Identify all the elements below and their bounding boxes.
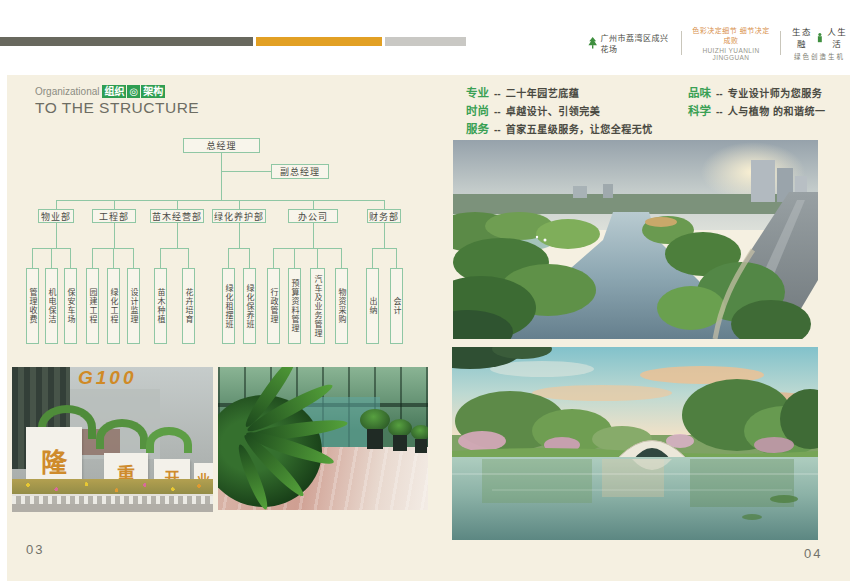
org-box-unit: 花卉培育 xyxy=(182,268,195,344)
org-box-unit: 保安车场 xyxy=(64,268,77,344)
feature-row: 时尚 -- 卓越设计、引领完美 xyxy=(466,102,600,118)
org-box-dept: 苗木经营部 xyxy=(150,209,204,223)
org-box-unit: 设计监理 xyxy=(127,268,140,344)
planter-box xyxy=(367,429,383,449)
feature-row: 服务 -- 首家五星级服务，让您全程无忧 xyxy=(466,120,653,136)
company-name: 广州市荔湾区成兴花场 xyxy=(600,32,673,54)
org-box-unit: 管理收费 xyxy=(26,268,39,344)
eco-figure-icon xyxy=(816,32,824,43)
slogan-cn: 色彩决定细节 细节决定成败 xyxy=(690,25,772,45)
page-number-right: 04 xyxy=(804,546,822,561)
org-box-unit: 绿化工程 xyxy=(107,268,120,344)
org-box-unit: 物资采购 xyxy=(335,268,348,344)
slogan-en: HUIZHI YUANLIN JINGGUAN xyxy=(690,47,772,61)
org-box-root: 总经理 xyxy=(183,138,260,153)
org-box-unit: 会计 xyxy=(390,268,403,344)
feature-row: 专业 -- 二十年园艺底蕴 xyxy=(466,84,579,100)
title-badge-cn-a: 组织 xyxy=(102,85,126,98)
org-box-dept: 财务部 xyxy=(367,209,401,223)
org-box-unit: 机电保洁 xyxy=(45,268,58,344)
feature-desc: 首家五星级服务，让您全程无忧 xyxy=(506,121,653,136)
feature-row: 科学 -- 人与植物 的和谐统一 xyxy=(688,102,825,118)
pavement xyxy=(12,504,213,512)
photo-river-park xyxy=(453,140,818,339)
header-divider xyxy=(681,31,682,55)
org-box-dept: 办公司 xyxy=(288,209,338,223)
org-box-unit: 汽车及业务管理 xyxy=(310,268,325,344)
potted-plant xyxy=(360,409,390,431)
header-bar-gray xyxy=(385,37,466,46)
tree-icon xyxy=(588,36,597,50)
title-badge-cn-b: 架构 xyxy=(141,85,165,98)
title-eyebrow: Organizational xyxy=(35,86,99,97)
org-box-dept: 绿化养护部 xyxy=(212,209,266,223)
org-box-unit: 出纳 xyxy=(366,268,379,344)
feature-row: 品味 -- 专业设计师为您服务 xyxy=(688,84,822,100)
org-box-unit: 预算资料管理 xyxy=(288,268,301,344)
feature-desc: 二十年园艺底蕴 xyxy=(506,85,580,100)
feature-key: 专业 xyxy=(466,84,489,100)
header-bar-dark xyxy=(0,37,253,46)
potted-plant xyxy=(411,425,428,440)
planter-box xyxy=(393,435,407,451)
feature-desc: 专业设计师为您服务 xyxy=(728,85,823,100)
section-title-row: Organizational 组织 ◎ 架构 xyxy=(35,85,165,98)
eco-block: 生态融 人生活 绿色创造生机 xyxy=(789,25,850,61)
photo-interior-walkway xyxy=(218,367,428,510)
page-number-left: 03 xyxy=(26,542,44,557)
eco-right-text: 人生活 xyxy=(824,25,850,49)
org-box-unit: 行政管理 xyxy=(267,268,280,344)
feature-key: 时尚 xyxy=(466,102,489,118)
eco-left-text: 生态融 xyxy=(789,25,815,49)
planter-box xyxy=(415,439,427,453)
photo-lake-bridge xyxy=(452,347,818,540)
header-brand-area: 广州市荔湾区成兴花场 色彩决定细节 细节决定成败 HUIZHI YUANLIN … xyxy=(588,28,850,58)
feature-desc: 人与植物 的和谐统一 xyxy=(728,103,826,118)
slogan-block: 色彩决定细节 细节决定成败 HUIZHI YUANLIN JINGGUAN xyxy=(690,25,772,61)
title-badge-dot: ◎ xyxy=(127,85,140,98)
g100-sign-text: G100 xyxy=(78,367,136,389)
feature-desc: 卓越设计、引领完美 xyxy=(506,103,601,118)
org-box-unit: 绿化租摆班 xyxy=(222,268,235,344)
org-box-dept: 工程部 xyxy=(92,209,136,223)
org-box-unit: 苗木种植 xyxy=(154,268,167,344)
org-box-deputy: 副总经理 xyxy=(271,164,329,179)
header-divider xyxy=(780,31,781,55)
page-title: TO THE STRUCTURE xyxy=(35,99,199,117)
photo-grand-opening: G100 隆 重 开 业 xyxy=(12,367,213,512)
org-box-unit: 绿化保养班 xyxy=(243,268,256,344)
feature-key: 科学 xyxy=(688,102,711,118)
feature-key: 品味 xyxy=(688,84,711,100)
header-bar-orange xyxy=(256,37,382,46)
eco-sub-text: 绿色创造生机 xyxy=(789,51,850,61)
feature-key: 服务 xyxy=(466,120,489,136)
org-box-dept: 物业部 xyxy=(38,209,74,223)
company-block: 广州市荔湾区成兴花场 xyxy=(588,32,673,54)
org-box-unit: 园建工程 xyxy=(86,268,99,344)
